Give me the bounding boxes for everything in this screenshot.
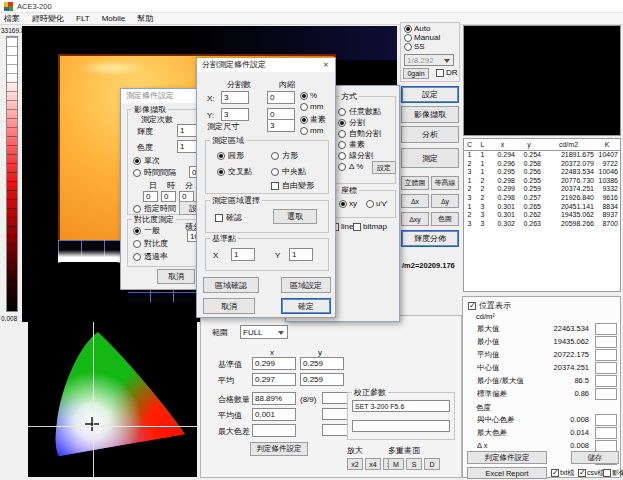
stats-judge-button[interactable]: 判定條件設定	[467, 451, 547, 464]
colormap-button[interactable]: 色圖	[431, 212, 459, 226]
maxdiff-field[interactable]	[252, 424, 296, 437]
single-radio[interactable]	[133, 157, 141, 165]
y-div-field[interactable]: 3	[221, 108, 249, 121]
interval-radio[interactable]	[133, 169, 141, 177]
normal-radio[interactable]	[133, 227, 141, 235]
menu-item[interactable]: 幫助	[137, 13, 153, 25]
zoom-button[interactable]: x4	[365, 458, 381, 470]
panel-judge-button[interactable]: 判定條件設定	[250, 442, 308, 456]
measure-button[interactable]: 測定	[401, 148, 459, 168]
size-field[interactable]: 3	[267, 119, 295, 132]
confirm-checkbox[interactable]	[215, 214, 223, 222]
mean-field[interactable]: 0.001	[252, 408, 296, 421]
hour-field[interactable]: 0	[161, 191, 176, 202]
mm2-radio[interactable]	[300, 127, 308, 135]
base-y-field[interactable]: 1	[289, 248, 313, 261]
circle-radio[interactable]	[217, 152, 225, 160]
method-option[interactable]: 線分割	[338, 150, 394, 161]
method-option[interactable]: 畫素	[338, 139, 394, 150]
bitmap-checkbox[interactable]	[353, 223, 361, 231]
lum-dist-button[interactable]: 輝度分佈	[401, 230, 459, 247]
table-row[interactable]: 210.2960.25820372.0799722	[464, 160, 620, 169]
preview-image[interactable]	[463, 25, 621, 136]
calibration-field[interactable]: SET 3-200 F5.6	[352, 400, 450, 412]
day-field[interactable]: 0	[143, 191, 158, 202]
dy-button[interactable]: Δy	[431, 194, 459, 208]
rect-radio[interactable]	[271, 152, 279, 160]
method-option[interactable]: 自動分割	[338, 128, 394, 139]
pixel-radio[interactable]	[300, 116, 308, 124]
excel-report-button[interactable]: Excel Report	[467, 467, 547, 479]
table-cell: 20372.079	[543, 160, 596, 169]
table-row[interactable]: 310.2950.25622483.53410046	[464, 168, 620, 177]
table-row[interactable]: 110.2940.25421891.67510407	[464, 151, 620, 160]
gain-button[interactable]: 0gain	[403, 68, 429, 79]
zoom-button[interactable]: x2	[347, 458, 363, 470]
dxy-button[interactable]: Δxy	[401, 212, 429, 226]
pass-field[interactable]: 88.89%	[252, 392, 296, 405]
table-row[interactable]: 130.3010.26520451.1418834	[464, 203, 620, 212]
cross-radio[interactable]	[217, 168, 225, 176]
method-option[interactable]: 任意數點	[338, 106, 394, 117]
shutter-dropdown[interactable]: 1/8.292	[404, 54, 454, 66]
manual-radio[interactable]	[404, 34, 412, 42]
stat-box	[595, 388, 617, 400]
avg-y-field[interactable]: 0.259	[300, 373, 344, 386]
split-dialog-titlebar[interactable]: 分割測定條件設定	[197, 58, 335, 72]
pos-display-checkbox[interactable]	[468, 302, 476, 310]
free-checkbox[interactable]	[271, 182, 279, 190]
capture-cancel-button[interactable]: 取消	[157, 269, 195, 284]
multi-screen-button[interactable]: M	[388, 458, 404, 470]
method-option[interactable]: 分割	[338, 117, 394, 128]
csv-checkbox[interactable]	[578, 469, 586, 477]
calibration-field-2[interactable]	[352, 420, 450, 432]
avg-x-field[interactable]: 0.297	[252, 373, 296, 386]
txt-checkbox[interactable]	[551, 469, 559, 477]
area-confirm-button[interactable]: 區域確認	[203, 277, 259, 293]
set-button[interactable]: 設定	[401, 86, 459, 103]
ss-radio[interactable]	[404, 43, 412, 51]
table-row[interactable]: 230.3010.26219435.0628937	[464, 211, 620, 220]
split-ok-button[interactable]: 確定	[281, 298, 331, 314]
menu-item[interactable]: 檔案	[4, 13, 20, 25]
transmittance-radio[interactable]	[133, 253, 141, 261]
menu-item[interactable]: Mobile	[102, 13, 126, 25]
save-button[interactable]: 儲存	[571, 451, 619, 464]
table-row[interactable]: 330.3020.26320598.2668700	[464, 220, 620, 229]
table-row[interactable]: 220.2990.25920374.2519332	[464, 185, 620, 194]
graph3d-button[interactable]: 立體圖	[401, 176, 429, 190]
range-dropdown[interactable]: FULL	[240, 325, 288, 339]
mm-radio[interactable]	[300, 103, 308, 111]
pct-radio[interactable]	[300, 92, 308, 100]
center-radio[interactable]	[271, 168, 279, 176]
table-row[interactable]: 320.2980.25721926.8409616	[464, 194, 620, 203]
base-x-field[interactable]: 1	[231, 248, 255, 261]
contrast-radio[interactable]	[133, 240, 141, 248]
timed-radio[interactable]	[133, 205, 141, 213]
multi-screen-button[interactable]: D	[424, 458, 440, 470]
auto-radio[interactable]	[404, 25, 412, 33]
area-set-button[interactable]: 區域設定	[281, 277, 331, 293]
method-set-button[interactable]: 設定	[372, 161, 396, 174]
measurement-table[interactable]: CLxycd/m2K 110.2940.25421891.67510407210…	[463, 138, 621, 292]
menu-item[interactable]: 經時變化	[32, 13, 64, 25]
x-div-field[interactable]: 3	[221, 91, 249, 104]
menu-item[interactable]: FLT	[76, 13, 90, 25]
cie-panel[interactable]	[28, 322, 197, 477]
coord-uv-radio[interactable]	[366, 200, 374, 208]
dr-checkbox[interactable]	[436, 69, 444, 77]
close-icon[interactable]: ✕	[323, 60, 329, 70]
img-checkbox[interactable]	[603, 469, 611, 477]
analyze-button[interactable]: 分析	[401, 126, 459, 143]
pick-button[interactable]: 選取	[273, 209, 317, 224]
ref-x-field[interactable]: 0.299	[252, 357, 296, 370]
capture-button[interactable]: 影像擷取	[401, 106, 459, 123]
dx-button[interactable]: Δx	[401, 194, 429, 208]
x-inset-field[interactable]: 0	[267, 91, 295, 104]
multi-screen-button[interactable]: S	[406, 458, 422, 470]
split-cancel-button[interactable]: 取消	[203, 298, 255, 314]
ref-y-field[interactable]: 0.259	[300, 357, 344, 370]
contour-button[interactable]: 等高線	[431, 176, 459, 190]
coord-xy-radio[interactable]	[339, 200, 347, 208]
table-row[interactable]: 120.2980.25520776.73010386	[464, 177, 620, 186]
